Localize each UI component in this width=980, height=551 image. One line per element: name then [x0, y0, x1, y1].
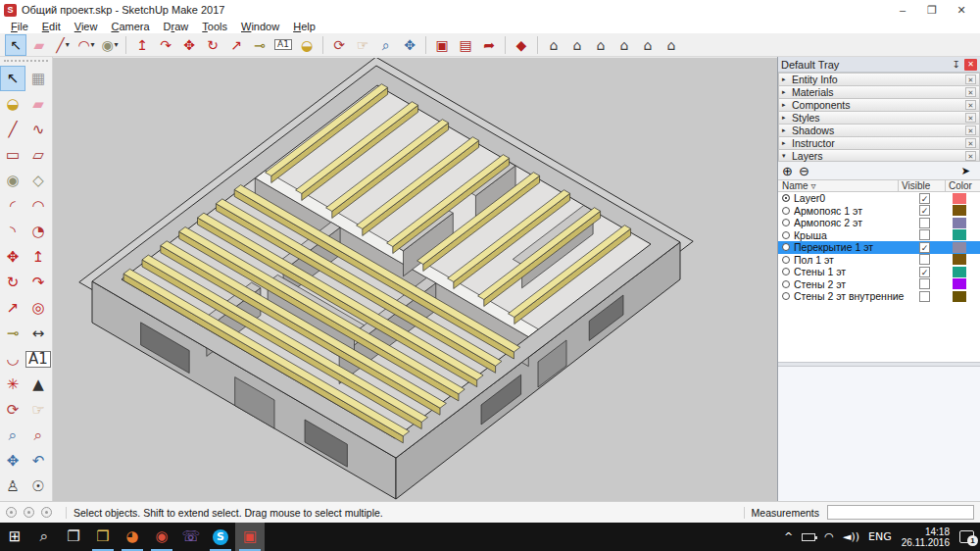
- layer-current-radio[interactable]: [782, 194, 790, 202]
- explorer-icon[interactable]: ❒: [88, 523, 118, 551]
- rotate-tool[interactable]: ↻: [0, 270, 25, 295]
- credits-status-icon[interactable]: [24, 507, 34, 518]
- tray-chevron-icon[interactable]: ^: [784, 530, 793, 543]
- select-tool[interactable]: ↖: [0, 66, 25, 91]
- layer-color-swatch[interactable]: [953, 278, 966, 289]
- three-point-arc-tool[interactable]: ◝: [0, 219, 25, 244]
- view-front-button[interactable]: ⌂: [590, 34, 612, 56]
- section-close-icon[interactable]: ✕: [965, 100, 976, 110]
- layer-color-swatch[interactable]: [953, 254, 966, 265]
- menu-view[interactable]: View: [68, 21, 105, 32]
- tray-section-styles[interactable]: ▸Styles✕: [778, 111, 980, 124]
- search-button[interactable]: ⌕: [29, 523, 59, 551]
- layer-current-radio[interactable]: [782, 292, 790, 300]
- task-view-button[interactable]: ❐: [59, 523, 88, 551]
- layer-current-radio[interactable]: [782, 207, 790, 215]
- view-top-button[interactable]: ⌂: [566, 34, 588, 56]
- layer-current-radio[interactable]: [782, 268, 790, 276]
- menu-file[interactable]: File: [4, 21, 35, 32]
- line-tool[interactable]: ╱▾: [52, 34, 74, 56]
- scale-tool[interactable]: ↗: [0, 295, 25, 321]
- column-name[interactable]: Name ▿: [778, 180, 898, 191]
- view-iso-button[interactable]: ⌂: [543, 34, 564, 56]
- close-button[interactable]: ✕: [947, 1, 976, 19]
- pan-tool[interactable]: ☞: [352, 34, 373, 56]
- view-back-button[interactable]: ⌂: [637, 34, 659, 56]
- layer-color-swatch[interactable]: [953, 242, 966, 253]
- menu-tools[interactable]: Tools: [195, 21, 234, 32]
- notification-center-icon[interactable]: 1: [959, 530, 974, 543]
- language-indicator[interactable]: ENG: [868, 530, 892, 543]
- pan-tool[interactable]: ☞: [25, 397, 51, 423]
- previous-view-tool[interactable]: ↶: [25, 448, 51, 474]
- arc-tool[interactable]: ◜: [0, 193, 25, 219]
- follow-me-tool[interactable]: ↷: [155, 34, 176, 56]
- firefox-icon[interactable]: ◕: [118, 523, 147, 551]
- arc-tool[interactable]: ◠▾: [75, 34, 97, 56]
- zoom-tool[interactable]: ⌕: [375, 34, 397, 56]
- layer-visible-checkbox[interactable]: [919, 278, 930, 289]
- layer-row[interactable]: Стены 2 эт: [778, 278, 980, 291]
- menu-help[interactable]: Help: [286, 21, 322, 32]
- layer-visible-checkbox[interactable]: [919, 291, 930, 302]
- wifi-icon[interactable]: ◠: [824, 530, 834, 543]
- rectangle-tool[interactable]: ▭: [0, 142, 25, 168]
- layer-color-swatch[interactable]: [953, 193, 966, 204]
- tray-section-entity-info[interactable]: ▸Entity Info✕: [778, 73, 980, 85]
- measurements-input[interactable]: [827, 505, 974, 520]
- paint-bucket-tool[interactable]: ◒: [0, 91, 25, 117]
- layer-current-radio[interactable]: [782, 219, 790, 226]
- tray-section-materials[interactable]: ▸Materials✕: [778, 85, 980, 98]
- protractor-tool[interactable]: ◡: [0, 346, 25, 372]
- layer-color-swatch[interactable]: [953, 218, 966, 228]
- help-status-icon[interactable]: [41, 507, 52, 518]
- minimize-button[interactable]: –: [888, 1, 917, 19]
- tray-section-instructor[interactable]: ▸Instructor✕: [778, 136, 980, 149]
- pin-icon[interactable]: ↧: [953, 59, 960, 70]
- start-button[interactable]: ⊞: [0, 523, 29, 551]
- layer-visible-checkbox[interactable]: ✓: [919, 267, 930, 277]
- clock[interactable]: 14:18 26.11.2016: [902, 526, 950, 548]
- two-point-arc-tool[interactable]: ◠: [25, 193, 51, 219]
- text-tool[interactable]: A1: [25, 346, 51, 372]
- push-pull-tool[interactable]: ↥: [131, 34, 153, 56]
- layer-visible-checkbox[interactable]: ✓: [919, 205, 930, 216]
- zoom-window-tool[interactable]: ⌕: [25, 423, 51, 448]
- view-right-button[interactable]: ⌂: [613, 34, 635, 56]
- rotated-rectangle-tool[interactable]: ▱: [25, 142, 51, 168]
- layer-color-swatch[interactable]: [953, 229, 966, 240]
- layer-row[interactable]: Layer0✓: [778, 192, 980, 205]
- layer-row[interactable]: Стены 1 эт✓: [778, 266, 980, 278]
- menu-camera[interactable]: Camera: [104, 21, 156, 32]
- layer-color-swatch[interactable]: [953, 205, 966, 216]
- select-tool[interactable]: ↖: [5, 34, 26, 56]
- circle-tool-dropdown[interactable]: ▾: [115, 40, 119, 49]
- zoom-tool[interactable]: ⌕: [0, 423, 25, 448]
- menu-draw[interactable]: Draw: [157, 21, 196, 32]
- offset-tool[interactable]: ◎: [25, 295, 51, 321]
- layer-visible-checkbox[interactable]: [919, 254, 930, 265]
- layer-visible-checkbox[interactable]: ✓: [919, 242, 930, 253]
- extension-warehouse-button[interactable]: ◆: [511, 34, 532, 56]
- menu-edit[interactable]: Edit: [35, 21, 68, 32]
- tray-section-shadows[interactable]: ▸Shadows✕: [778, 124, 980, 136]
- eraser-tool[interactable]: ▰: [28, 34, 50, 56]
- restore-button[interactable]: ❐: [917, 1, 947, 19]
- section-close-icon[interactable]: ✕: [965, 113, 976, 123]
- skype-icon[interactable]: S: [206, 523, 235, 551]
- walk-tool[interactable]: ♙: [0, 474, 25, 499]
- orbit-tool[interactable]: ⟳: [0, 397, 25, 423]
- make-component-tool[interactable]: ▦: [25, 66, 51, 91]
- layers-details-menu-button[interactable]: ➤: [961, 165, 970, 177]
- look-around-tool[interactable]: ☉: [25, 474, 51, 499]
- layer-current-radio[interactable]: [782, 231, 790, 239]
- scale-tool[interactable]: ↗: [225, 34, 247, 56]
- add-layer-button[interactable]: ⊕: [782, 164, 793, 178]
- 3d-viewport[interactable]: [53, 57, 777, 501]
- move-tool[interactable]: ✥: [0, 244, 25, 270]
- circle-tool[interactable]: ◉: [0, 168, 25, 193]
- sketchup-icon[interactable]: ▣: [235, 523, 265, 551]
- layer-row[interactable]: Армопояс 2 эт: [778, 217, 980, 229]
- layer-visible-checkbox[interactable]: [919, 218, 930, 228]
- follow-me-tool[interactable]: ↷: [25, 270, 51, 295]
